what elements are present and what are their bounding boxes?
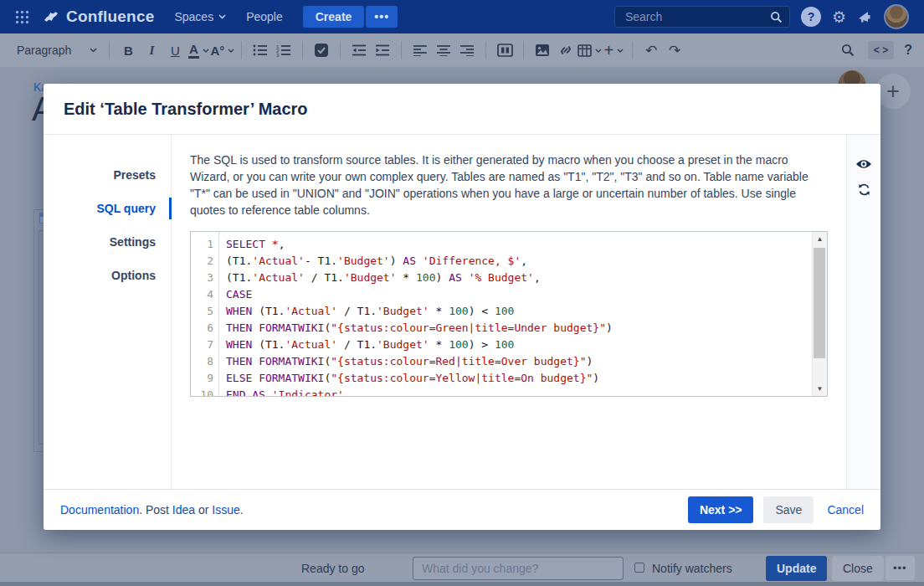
- line-number: 4: [191, 286, 218, 303]
- task-list-button[interactable]: [310, 39, 333, 62]
- toolbar-separator: [302, 41, 303, 59]
- insert-more-button[interactable]: +: [602, 39, 625, 62]
- search-icon: [770, 11, 783, 23]
- line-number: 5: [191, 303, 218, 320]
- feedback-megaphone-icon[interactable]: [857, 9, 872, 24]
- add-content-button[interactable]: +: [875, 74, 911, 109]
- sidebar-item-sql-query[interactable]: SQL query: [44, 192, 171, 225]
- user-avatar[interactable]: [884, 4, 909, 29]
- code-line: CASE: [226, 286, 812, 303]
- code-line: SELECT *,: [226, 236, 812, 253]
- align-right-button[interactable]: [455, 39, 479, 62]
- find-replace-button[interactable]: [836, 39, 860, 62]
- cancel-button[interactable]: Cancel: [827, 503, 864, 517]
- align-left-button[interactable]: [408, 39, 432, 62]
- redo-button[interactable]: ↷: [663, 39, 686, 62]
- image-icon: [535, 44, 550, 57]
- search-box[interactable]: [614, 6, 790, 28]
- code-line: WHEN (T1.'Actual' / T1.'Budget' * 100) <…: [226, 303, 812, 320]
- scroll-thumb[interactable]: [814, 248, 825, 358]
- preview-eye-icon[interactable]: [855, 158, 872, 170]
- search-input[interactable]: [624, 9, 770, 24]
- indent-button[interactable]: [371, 39, 394, 62]
- outdent-button[interactable]: [347, 39, 371, 62]
- line-number: 6: [191, 320, 218, 337]
- underline-button[interactable]: U: [163, 39, 187, 62]
- code-gutter: 12345678910: [191, 232, 219, 396]
- create-more-button[interactable]: •••: [366, 6, 398, 28]
- status-text: Ready to go: [301, 562, 365, 575]
- toolbar-separator: [241, 41, 242, 59]
- more-options-button[interactable]: •••: [886, 556, 915, 580]
- create-button[interactable]: Create: [303, 6, 365, 28]
- numbered-list-button[interactable]: 1 2 3: [272, 39, 295, 62]
- code-scrollbar[interactable]: ▲ ▼: [812, 232, 827, 396]
- chevron-down-icon: [90, 48, 97, 53]
- scroll-down-arrow[interactable]: ▼: [813, 383, 827, 395]
- editor-status-bar: Ready to go Notify watchers Update Close…: [0, 553, 924, 586]
- refresh-icon[interactable]: [857, 182, 871, 197]
- page-layout-icon: [497, 44, 513, 57]
- confluence-logo-text[interactable]: Confluence: [66, 8, 154, 26]
- insert-table-button[interactable]: [578, 39, 602, 62]
- notify-watchers-checkbox[interactable]: [634, 563, 644, 573]
- next-button[interactable]: Next >>: [688, 496, 754, 523]
- change-comment-input[interactable]: [413, 557, 624, 580]
- code-line: (T1.'Actual' / T1.'Budget' * 100) AS '% …: [226, 270, 812, 286]
- scroll-up-arrow[interactable]: ▲: [813, 233, 827, 245]
- sidebar-item-presets[interactable]: Presets: [44, 158, 171, 192]
- link-icon: [558, 43, 573, 58]
- sidebar-item-settings[interactable]: Settings: [44, 225, 171, 259]
- italic-button[interactable]: I: [140, 39, 163, 62]
- save-button[interactable]: Save: [763, 496, 814, 523]
- issue-link[interactable]: Issue: [212, 503, 239, 517]
- code-line: (T1.'Actual'- T1.'Budget') AS 'Differenc…: [226, 253, 812, 270]
- sidebar-item-options[interactable]: Options: [44, 259, 171, 292]
- align-right-icon: [459, 44, 475, 56]
- paragraph-style-dropdown[interactable]: Paragraph: [12, 44, 102, 57]
- code-lines[interactable]: SELECT *,(T1.'Actual'- T1.'Budget') AS '…: [219, 232, 812, 396]
- app-switcher-icon[interactable]: [15, 10, 29, 24]
- update-button[interactable]: Update: [766, 556, 827, 581]
- color-swatch: [188, 56, 199, 59]
- notify-watchers-label: Notify watchers: [652, 562, 732, 575]
- outdent-icon: [352, 44, 367, 57]
- dialog-header: Edit ‘Table Transformer’ Macro: [44, 84, 880, 135]
- chevron-down-icon: [595, 49, 602, 53]
- nav-spaces[interactable]: Spaces: [174, 10, 226, 23]
- bullet-list-icon: [253, 44, 268, 57]
- chevron-down-icon: [218, 14, 226, 19]
- indent-icon: [375, 44, 390, 57]
- nav-people[interactable]: People: [246, 10, 283, 23]
- undo-button[interactable]: ↶: [639, 39, 663, 62]
- line-number: 9: [191, 370, 218, 387]
- table-icon: [578, 44, 592, 57]
- top-nav: Confluence Spaces People Create ••• ? ⚙: [0, 0, 924, 33]
- chevron-down-icon: [617, 49, 624, 53]
- line-number: 8: [191, 353, 218, 370]
- modal-sidebar: PresetsSQL querySettingsOptions: [44, 135, 172, 489]
- insert-link-button[interactable]: [554, 39, 578, 62]
- formatting-more-button[interactable]: A°: [210, 39, 234, 62]
- numbered-list-icon: 1 2 3: [276, 44, 291, 57]
- gear-icon[interactable]: ⚙: [832, 9, 846, 25]
- editor-help-button[interactable]: ?: [904, 43, 912, 58]
- search-icon: [841, 44, 855, 57]
- confluence-logo-icon[interactable]: [43, 8, 59, 25]
- help-icon[interactable]: ?: [801, 7, 821, 27]
- close-button[interactable]: Close: [832, 556, 884, 581]
- page-layout-button[interactable]: [493, 39, 516, 62]
- align-center-button[interactable]: [432, 39, 455, 62]
- code-line: THEN FORMATWIKI("{status:colour=Green|ti…: [226, 320, 812, 337]
- bullet-list-button[interactable]: [249, 39, 272, 62]
- line-number: 10: [191, 387, 218, 396]
- sql-code-editor[interactable]: 12345678910 SELECT *,(T1.'Actual'- T1.'B…: [190, 231, 828, 397]
- code-line: THEN FORMATWIKI("{status:colour=Red|titl…: [226, 353, 812, 370]
- insert-image-button[interactable]: [531, 39, 554, 62]
- text-color-button[interactable]: A: [187, 39, 210, 62]
- sql-description: The SQL is used to transform source tabl…: [190, 152, 828, 218]
- idea-link[interactable]: Idea: [172, 503, 195, 517]
- documentation-link[interactable]: Documentation: [60, 503, 139, 517]
- source-editor-button[interactable]: < >: [868, 41, 894, 59]
- bold-button[interactable]: B: [116, 39, 140, 62]
